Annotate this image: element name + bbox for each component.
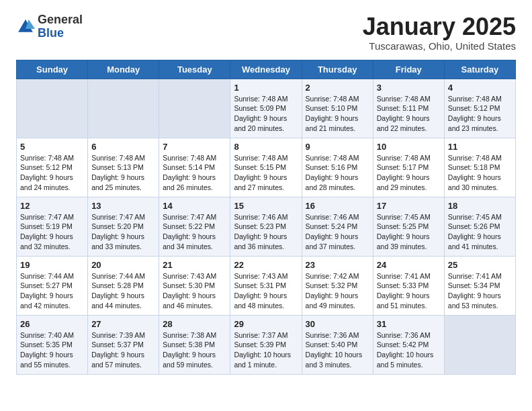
day-info: Sunrise: 7:46 AMSunset: 5:24 PMDaylight:… (306, 213, 359, 250)
day-info: Sunrise: 7:48 AMSunset: 5:11 PMDaylight:… (377, 95, 431, 132)
calendar-cell: 27Sunrise: 7:39 AMSunset: 5:37 PMDayligh… (88, 315, 159, 374)
day-info: Sunrise: 7:43 AMSunset: 5:31 PMDaylight:… (234, 272, 287, 310)
day-info: Sunrise: 7:40 AMSunset: 5:35 PMDaylight:… (20, 331, 74, 369)
day-number: 8 (234, 142, 298, 152)
day-info: Sunrise: 7:41 AMSunset: 5:34 PMDaylight:… (448, 272, 502, 310)
calendar-cell (17, 79, 88, 138)
day-info: Sunrise: 7:36 AMSunset: 5:42 PMDaylight:… (377, 331, 434, 369)
day-info: Sunrise: 7:48 AMSunset: 5:15 PMDaylight:… (234, 154, 287, 191)
weekday-header-thursday: Thursday (302, 60, 373, 79)
calendar-cell: 25Sunrise: 7:41 AMSunset: 5:34 PMDayligh… (444, 256, 515, 315)
logo-icon (16, 17, 35, 36)
day-number: 24 (377, 260, 441, 270)
calendar-subtitle: Tuscarawas, Ohio, United States (363, 40, 516, 52)
calendar-cell: 23Sunrise: 7:42 AMSunset: 5:32 PMDayligh… (302, 256, 373, 315)
day-number: 17 (377, 201, 441, 211)
day-number: 15 (234, 201, 298, 211)
day-info: Sunrise: 7:48 AMSunset: 5:09 PMDaylight:… (234, 95, 287, 132)
day-info: Sunrise: 7:48 AMSunset: 5:10 PMDaylight:… (306, 95, 359, 132)
day-info: Sunrise: 7:42 AMSunset: 5:32 PMDaylight:… (306, 272, 359, 310)
day-info: Sunrise: 7:46 AMSunset: 5:23 PMDaylight:… (234, 213, 287, 250)
calendar-cell: 29Sunrise: 7:37 AMSunset: 5:39 PMDayligh… (230, 315, 302, 374)
day-number: 2 (306, 83, 369, 93)
day-info: Sunrise: 7:36 AMSunset: 5:40 PMDaylight:… (306, 331, 363, 369)
day-info: Sunrise: 7:48 AMSunset: 5:14 PMDaylight:… (163, 154, 216, 191)
weekday-header-saturday: Saturday (444, 60, 515, 79)
day-number: 26 (20, 319, 84, 329)
day-info: Sunrise: 7:37 AMSunset: 5:39 PMDaylight:… (234, 331, 291, 369)
weekday-header-monday: Monday (88, 60, 159, 79)
day-number: 12 (20, 201, 84, 211)
calendar-cell: 28Sunrise: 7:38 AMSunset: 5:38 PMDayligh… (159, 315, 230, 374)
day-number: 7 (163, 142, 226, 152)
calendar-cell: 21Sunrise: 7:43 AMSunset: 5:30 PMDayligh… (159, 256, 230, 315)
day-number: 25 (448, 260, 512, 270)
calendar-cell: 15Sunrise: 7:46 AMSunset: 5:23 PMDayligh… (230, 197, 302, 256)
calendar-cell: 24Sunrise: 7:41 AMSunset: 5:33 PMDayligh… (373, 256, 444, 315)
day-info: Sunrise: 7:39 AMSunset: 5:37 PMDaylight:… (91, 331, 145, 369)
day-number: 21 (163, 260, 226, 270)
calendar-cell (88, 79, 159, 138)
day-info: Sunrise: 7:48 AMSunset: 5:12 PMDaylight:… (20, 154, 74, 191)
day-number: 13 (91, 201, 155, 211)
day-number: 10 (377, 142, 441, 152)
logo-blue-text: Blue (38, 26, 64, 40)
calendar-cell: 20Sunrise: 7:44 AMSunset: 5:28 PMDayligh… (88, 256, 159, 315)
day-number: 11 (448, 142, 512, 152)
weekday-header-row: SundayMondayTuesdayWednesdayThursdayFrid… (17, 60, 516, 79)
day-number: 28 (163, 319, 226, 329)
calendar-table: SundayMondayTuesdayWednesdayThursdayFrid… (16, 60, 516, 375)
week-row-1: 1Sunrise: 7:48 AMSunset: 5:09 PMDaylight… (17, 79, 516, 138)
day-number: 9 (306, 142, 369, 152)
day-number: 16 (306, 201, 369, 211)
day-number: 14 (163, 201, 226, 211)
day-info: Sunrise: 7:44 AMSunset: 5:28 PMDaylight:… (91, 272, 145, 310)
calendar-cell: 6Sunrise: 7:48 AMSunset: 5:13 PMDaylight… (88, 138, 159, 197)
day-number: 5 (20, 142, 84, 152)
day-info: Sunrise: 7:47 AMSunset: 5:20 PMDaylight:… (91, 213, 145, 250)
day-number: 22 (234, 260, 298, 270)
week-row-3: 12Sunrise: 7:47 AMSunset: 5:19 PMDayligh… (17, 197, 516, 256)
day-info: Sunrise: 7:45 AMSunset: 5:25 PMDaylight:… (377, 213, 431, 250)
weekday-header-sunday: Sunday (17, 60, 88, 79)
calendar-cell: 4Sunrise: 7:48 AMSunset: 5:12 PMDaylight… (444, 79, 515, 138)
day-info: Sunrise: 7:47 AMSunset: 5:19 PMDaylight:… (20, 213, 74, 250)
header: General Blue January 2025 Tuscarawas, Oh… (16, 13, 516, 52)
day-info: Sunrise: 7:38 AMSunset: 5:38 PMDaylight:… (163, 331, 216, 369)
calendar-cell: 30Sunrise: 7:36 AMSunset: 5:40 PMDayligh… (302, 315, 373, 374)
calendar-cell: 11Sunrise: 7:48 AMSunset: 5:18 PMDayligh… (444, 138, 515, 197)
day-info: Sunrise: 7:48 AMSunset: 5:17 PMDaylight:… (377, 154, 431, 191)
calendar-title: January 2025 (363, 13, 516, 40)
day-number: 3 (377, 83, 441, 93)
calendar-cell: 2Sunrise: 7:48 AMSunset: 5:10 PMDaylight… (302, 79, 373, 138)
calendar-cell: 5Sunrise: 7:48 AMSunset: 5:12 PMDaylight… (17, 138, 88, 197)
day-number: 18 (448, 201, 512, 211)
day-info: Sunrise: 7:41 AMSunset: 5:33 PMDaylight:… (377, 272, 431, 310)
day-number: 29 (234, 319, 298, 329)
day-info: Sunrise: 7:45 AMSunset: 5:26 PMDaylight:… (448, 213, 502, 250)
day-number: 4 (448, 83, 512, 93)
calendar-cell: 16Sunrise: 7:46 AMSunset: 5:24 PMDayligh… (302, 197, 373, 256)
calendar-cell: 3Sunrise: 7:48 AMSunset: 5:11 PMDaylight… (373, 79, 444, 138)
calendar-cell: 10Sunrise: 7:48 AMSunset: 5:17 PMDayligh… (373, 138, 444, 197)
calendar-cell: 31Sunrise: 7:36 AMSunset: 5:42 PMDayligh… (373, 315, 444, 374)
calendar-cell: 1Sunrise: 7:48 AMSunset: 5:09 PMDaylight… (230, 79, 302, 138)
week-row-5: 26Sunrise: 7:40 AMSunset: 5:35 PMDayligh… (17, 315, 516, 374)
day-info: Sunrise: 7:48 AMSunset: 5:12 PMDaylight:… (448, 95, 502, 132)
day-number: 23 (306, 260, 369, 270)
day-number: 6 (91, 142, 155, 152)
day-number: 1 (234, 83, 298, 93)
day-number: 30 (306, 319, 369, 329)
title-area: January 2025 Tuscarawas, Ohio, United St… (363, 13, 516, 52)
calendar-cell: 18Sunrise: 7:45 AMSunset: 5:26 PMDayligh… (444, 197, 515, 256)
weekday-header-wednesday: Wednesday (230, 60, 302, 79)
calendar-cell: 17Sunrise: 7:45 AMSunset: 5:25 PMDayligh… (373, 197, 444, 256)
calendar-cell: 7Sunrise: 7:48 AMSunset: 5:14 PMDaylight… (159, 138, 230, 197)
calendar-cell: 12Sunrise: 7:47 AMSunset: 5:19 PMDayligh… (17, 197, 88, 256)
day-info: Sunrise: 7:43 AMSunset: 5:30 PMDaylight:… (163, 272, 216, 310)
weekday-header-tuesday: Tuesday (159, 60, 230, 79)
logo: General Blue (16, 13, 83, 40)
day-number: 31 (377, 319, 441, 329)
calendar-cell: 9Sunrise: 7:48 AMSunset: 5:16 PMDaylight… (302, 138, 373, 197)
day-info: Sunrise: 7:44 AMSunset: 5:27 PMDaylight:… (20, 272, 74, 310)
